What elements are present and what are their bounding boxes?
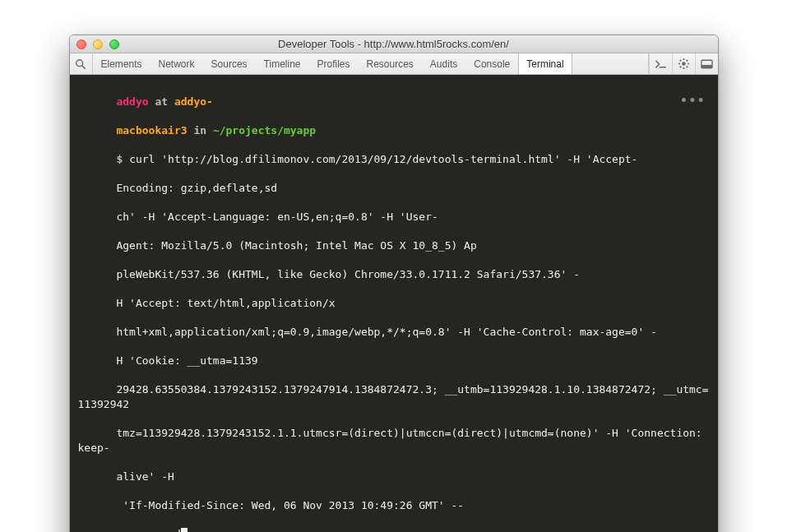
console-toggle-icon[interactable] bbox=[649, 53, 672, 74]
ellipsis-icon[interactable]: ••• bbox=[680, 93, 706, 109]
terminal-line: 'If-Modified-Since: Wed, 06 Nov 2013 10:… bbox=[116, 499, 464, 511]
terminal-line: tmz=113929428.1379243152.1.1.utmcsr=(dir… bbox=[78, 427, 709, 454]
tab-timeline[interactable]: Timeline bbox=[256, 53, 309, 74]
terminal-line: html+xml,application/xml;q=0.9,image/web… bbox=[116, 326, 656, 338]
tab-label: Network bbox=[159, 58, 195, 70]
tab-label: Timeline bbox=[264, 58, 301, 70]
tab-elements[interactable]: Elements bbox=[93, 53, 150, 74]
tab-sources[interactable]: Sources bbox=[203, 53, 256, 74]
tab-label: Profiles bbox=[317, 58, 350, 70]
svg-rect-13 bbox=[701, 64, 711, 67]
tab-label: Terminal bbox=[526, 58, 563, 70]
toolbar-right bbox=[649, 53, 718, 74]
svg-line-11 bbox=[686, 60, 687, 62]
svg-line-10 bbox=[679, 67, 681, 68]
svg-line-1 bbox=[82, 65, 86, 68]
svg-point-3 bbox=[682, 62, 686, 66]
search-icon[interactable] bbox=[70, 53, 93, 74]
minimize-icon[interactable] bbox=[93, 39, 103, 49]
svg-line-8 bbox=[679, 60, 681, 62]
terminal-line: Encoding: gzip,deflate,sd bbox=[116, 182, 277, 194]
close-icon[interactable] bbox=[76, 39, 86, 49]
devtools-toolbar: Elements Network Sources Timeline Profil… bbox=[70, 53, 718, 75]
prompt-symbol: $ bbox=[116, 153, 129, 165]
terminal-line: H 'Accept: text/html,application/x bbox=[116, 297, 335, 309]
tab-resources[interactable]: Resources bbox=[359, 53, 422, 74]
tab-label: Sources bbox=[211, 58, 248, 70]
zoom-icon[interactable] bbox=[109, 39, 119, 49]
tab-label: Elements bbox=[101, 58, 142, 70]
tab-terminal[interactable]: Terminal bbox=[518, 53, 572, 74]
terminal-line: Agent: Mozilla/5.0 (Macintosh; Intel Mac… bbox=[116, 239, 476, 252]
tab-audits[interactable]: Audits bbox=[422, 53, 465, 74]
terminal-line: pleWebKit/537.36 (KHTML, like Gecko) Chr… bbox=[116, 268, 580, 280]
prompt-path: ~/projects/myapp bbox=[213, 124, 316, 136]
terminal-output: addyo at addyo- macbookair3 in ~/project… bbox=[78, 80, 710, 532]
tab-label: Console bbox=[474, 58, 510, 70]
prompt-host: addyo- bbox=[174, 95, 213, 108]
tab-network[interactable]: Network bbox=[150, 53, 203, 74]
window-title: Developer Tools - http://www.html5rocks.… bbox=[70, 38, 718, 50]
tab-console[interactable]: Console bbox=[465, 53, 518, 74]
terminal-line: compressed bbox=[116, 528, 180, 532]
cursor-icon bbox=[181, 528, 187, 532]
prompt-user: addyo bbox=[116, 95, 148, 108]
prompt-at: at bbox=[149, 95, 174, 108]
terminal-line: 29428.63550384.1379243152.1379247914.138… bbox=[78, 383, 709, 410]
dock-icon[interactable] bbox=[695, 53, 718, 74]
terminal-line: ch' -H 'Accept-Language: en-US,en;q=0.8'… bbox=[116, 210, 437, 223]
prompt-host2: macbookair3 bbox=[116, 124, 187, 136]
devtools-tabs: Elements Network Sources Timeline Profil… bbox=[93, 53, 649, 74]
svg-line-9 bbox=[686, 67, 687, 68]
prompt-in: in bbox=[187, 124, 213, 136]
terminal-line: H 'Cookie: __utma=1139 bbox=[116, 354, 257, 367]
devtools-window: Developer Tools - http://www.html5rocks.… bbox=[69, 35, 719, 532]
tab-label: Resources bbox=[367, 58, 414, 70]
gear-icon[interactable] bbox=[672, 53, 695, 74]
titlebar: Developer Tools - http://www.html5rocks.… bbox=[70, 35, 718, 53]
terminal-line: alive' -H bbox=[116, 470, 174, 483]
terminal-pane[interactable]: ••• addyo at addyo- macbookair3 in ~/pro… bbox=[70, 75, 718, 532]
traffic-lights bbox=[76, 39, 119, 49]
terminal-line: curl 'http://blog.dfilimonov.com/2013/09… bbox=[129, 153, 637, 165]
tab-profiles[interactable]: Profiles bbox=[308, 53, 358, 74]
tab-label: Audits bbox=[430, 58, 457, 70]
